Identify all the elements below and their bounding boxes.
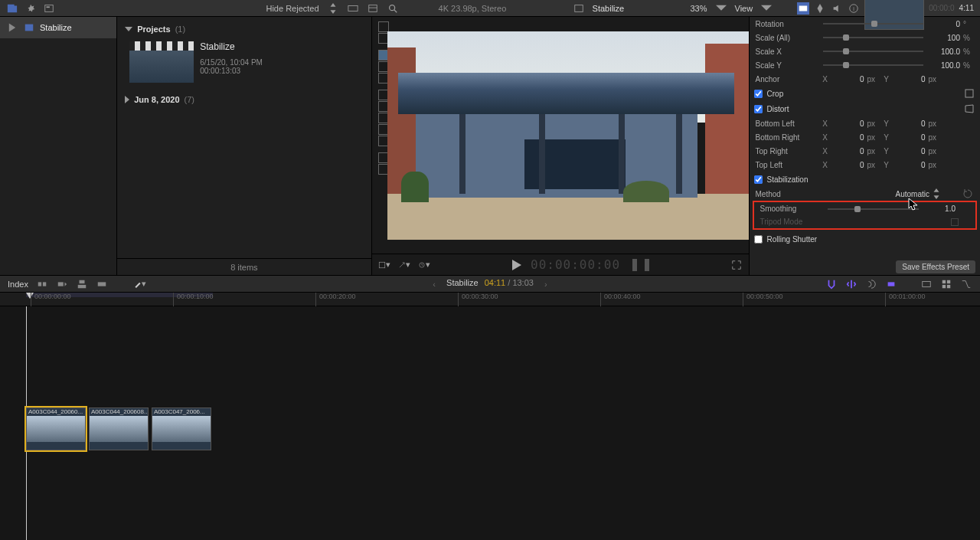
row-smoothing[interactable]: Smoothing1.0: [754, 202, 975, 215]
svg-rect-1: [8, 4, 15, 6]
viewer-canvas[interactable]: [387, 31, 749, 240]
row-top-right[interactable]: Top RightX0pxY0px: [750, 144, 980, 158]
disclosure-down-icon[interactable]: [125, 27, 132, 31]
timeline-toolbar: Index ▾ ‹ Stabilize 04:11 / 13:03 ›: [0, 275, 980, 293]
clip-label: A003C044_20060...: [27, 408, 85, 416]
filmstrip-icon[interactable]: [347, 2, 359, 15]
retime-menu-icon[interactable]: ▾: [418, 259, 430, 271]
append-icon[interactable]: [56, 278, 68, 290]
distort-checkbox[interactable]: [754, 105, 763, 113]
smart-count: (7): [185, 95, 194, 104]
row-anchor[interactable]: AnchorX0pxY0px: [750, 72, 980, 86]
titles-icon[interactable]: [43, 2, 55, 15]
row-scale-all[interactable]: Scale (All)100%: [750, 31, 980, 44]
clip-appearance-icon[interactable]: [920, 278, 933, 290]
tripod-checkbox: [951, 218, 959, 226]
timeline-body[interactable]: A003C044_20060...A003C044_200608...A003C…: [0, 306, 980, 540]
snap-icon[interactable]: [825, 278, 838, 290]
connect-icon[interactable]: [76, 278, 88, 290]
disclosure-right-icon[interactable]: [125, 96, 129, 103]
timeline-clip[interactable]: A003C044_20060...: [26, 407, 86, 450]
video-tab-icon[interactable]: [797, 2, 809, 15]
row-bottom-right[interactable]: Bottom RightX0pxY0px: [750, 130, 980, 144]
row-scale-y[interactable]: Scale Y100.0%: [750, 58, 980, 72]
info-tab-icon[interactable]: i: [848, 2, 860, 15]
audio-skim-icon[interactable]: [865, 278, 877, 290]
effects-browser-icon[interactable]: [940, 278, 952, 290]
stabilization-checkbox[interactable]: [754, 175, 763, 184]
crop-mode-icon[interactable]: [963, 87, 975, 100]
library-icon[interactable]: [6, 2, 18, 15]
timeline-ruler[interactable]: 00:00:00:0000:00:10:0000:00:20:0000:00:3…: [0, 293, 980, 306]
transform-menu-icon[interactable]: ▾: [378, 259, 390, 271]
chevron-down-icon[interactable]: [715, 2, 727, 15]
viewer-timecode[interactable]: 00:00:00:00: [531, 257, 620, 272]
row-top-left[interactable]: Top LeftX0pxY0px: [750, 158, 980, 172]
save-effects-preset-button[interactable]: Save Effects Preset: [896, 260, 975, 273]
section-stabilization[interactable]: Stabilization: [750, 172, 980, 187]
fullscreen-icon[interactable]: [730, 259, 743, 271]
list-icon[interactable]: [367, 2, 379, 15]
row-method[interactable]: MethodAutomatic: [750, 187, 980, 201]
timeline-title: Stabilize: [446, 278, 479, 290]
svg-rect-3: [47, 6, 50, 8]
section-distort[interactable]: Distort: [750, 101, 980, 116]
method-value[interactable]: Automatic: [896, 190, 929, 198]
crop-checkbox[interactable]: [754, 90, 763, 98]
row-scale-x[interactable]: Scale X100.0%: [750, 44, 980, 58]
insert-icon[interactable]: [36, 278, 48, 290]
viewer-panel: ▾ ▾ ▾ 00:00:00:00: [372, 17, 749, 275]
timeline-dur: / 13:03: [508, 278, 534, 287]
ruler-tick: 00:00:40:00: [600, 293, 641, 306]
smart-label: Jun 8, 2020: [134, 95, 179, 104]
search-icon[interactable]: [387, 2, 399, 15]
svg-line-8: [394, 9, 397, 12]
project-thumbnail[interactable]: [129, 41, 194, 83]
color-tab-icon[interactable]: [814, 2, 826, 15]
clip-label: A003C044_200608...: [90, 408, 148, 416]
transitions-icon[interactable]: [960, 278, 972, 290]
section-crop[interactable]: Crop: [750, 86, 980, 101]
updown-icon[interactable]: [327, 2, 339, 15]
audio-tab-icon[interactable]: [831, 2, 843, 15]
chevron-down-icon[interactable]: [760, 2, 773, 15]
smart-collection-header[interactable]: Jun 8, 2020 (7): [117, 92, 371, 107]
skimming-icon[interactable]: [845, 278, 858, 290]
view-dropdown[interactable]: View: [735, 4, 753, 13]
svg-rect-26: [947, 280, 950, 283]
overwrite-icon[interactable]: [96, 278, 108, 290]
distort-mode-icon[interactable]: [963, 103, 975, 115]
next-edit-icon[interactable]: ›: [540, 278, 552, 290]
svg-rect-25: [942, 280, 946, 283]
reset-icon[interactable]: [962, 188, 974, 200]
projects-header[interactable]: Projects (1): [117, 21, 371, 37]
highlight-box: Smoothing1.0 Tripod Mode: [753, 201, 977, 230]
timeline-clip[interactable]: A003C047_2006...: [152, 407, 211, 450]
hide-rejected-dropdown[interactable]: Hide Rejected: [266, 4, 318, 13]
row-bottom-left[interactable]: Bottom LeftX0pxY0px: [750, 116, 980, 130]
prev-edit-icon[interactable]: ‹: [428, 278, 440, 290]
effects-icon[interactable]: [573, 2, 585, 15]
sidebar-item-library[interactable]: Stabilize: [0, 17, 116, 38]
index-button[interactable]: Index: [8, 280, 28, 289]
disclosure-icon[interactable]: [6, 21, 18, 34]
project-duration: 00:00:13:03: [200, 67, 263, 75]
timeline-clip[interactable]: A003C044_200608...: [89, 407, 149, 450]
photos-icon[interactable]: [24, 2, 37, 15]
rolling-shutter-checkbox[interactable]: [754, 235, 763, 244]
svg-rect-0: [8, 5, 17, 12]
ruler-tick: 00:00:30:00: [458, 293, 498, 306]
svg-rect-24: [923, 281, 931, 286]
solo-icon[interactable]: [885, 278, 897, 290]
project-item[interactable]: Stabilize 6/15/20, 10:04 PM 00:00:13:03: [117, 37, 371, 87]
updown-icon[interactable]: [933, 188, 940, 200]
top-toolbar: Hide Rejected 4K 23.98p, Stereo Stabiliz…: [0, 0, 980, 17]
section-rolling-shutter[interactable]: Rolling Shutter: [750, 231, 980, 247]
svg-rect-19: [58, 282, 64, 286]
svg-rect-23: [888, 282, 895, 286]
play-button[interactable]: [511, 259, 523, 271]
zoom-percent[interactable]: 33%: [690, 4, 707, 13]
tools-dropdown[interactable]: ▾: [134, 278, 146, 290]
enhance-menu-icon[interactable]: ▾: [398, 259, 410, 271]
audio-meter: [632, 259, 637, 271]
